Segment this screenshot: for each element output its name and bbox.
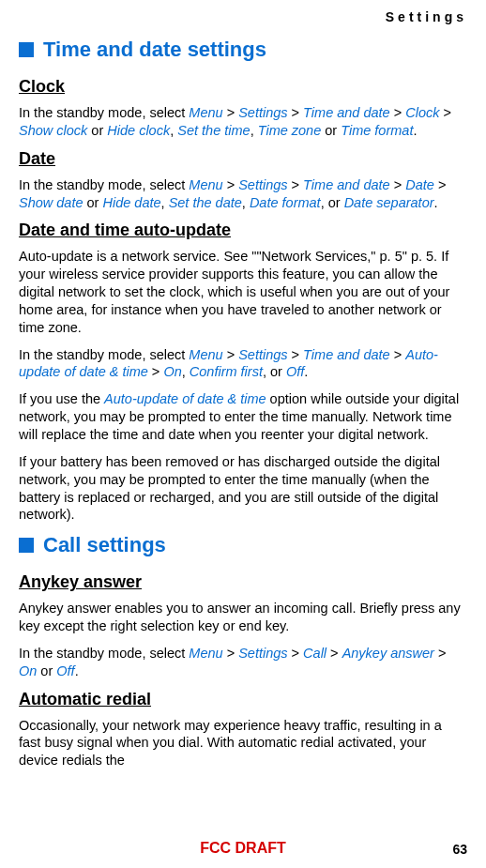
separator: > (434, 177, 447, 192)
settings-link[interactable]: Settings (238, 646, 287, 661)
text: . (413, 123, 417, 138)
date-separator-link[interactable]: Date separator (344, 195, 434, 210)
section-title: Call settings (43, 533, 166, 557)
off-link[interactable]: Off (56, 663, 74, 678)
separator: > (439, 105, 451, 120)
date-format-link[interactable]: Date format (250, 195, 321, 210)
section-heading-call-settings: Call settings (19, 533, 467, 557)
separator: > (434, 646, 447, 661)
auto-redial-p1: Occasionally, your network may experienc… (19, 717, 467, 770)
separator: > (390, 347, 406, 362)
text: . (75, 663, 79, 678)
text: In the standby mode, select (19, 347, 189, 362)
hide-clock-link[interactable]: Hide clock (107, 123, 170, 138)
hide-date-link[interactable]: Hide date (102, 195, 160, 210)
text: , or (263, 364, 286, 379)
sub-heading-clock: Clock (19, 77, 467, 97)
separator: > (390, 105, 406, 120)
confirm-first-link[interactable]: Confirm first (190, 364, 263, 379)
text: or (321, 123, 341, 138)
text: If you use the (19, 391, 104, 406)
separator: > (390, 177, 406, 192)
settings-link[interactable]: Settings (238, 347, 287, 362)
set-date-link[interactable]: Set the date (169, 195, 242, 210)
sub-heading-date: Date (19, 149, 467, 169)
section-heading-time-date: Time and date settings (19, 38, 467, 62)
separator: > (288, 105, 304, 120)
set-time-link[interactable]: Set the time (177, 123, 250, 138)
auto-update-p4: If your battery has been removed or has … (19, 453, 467, 524)
show-clock-link[interactable]: Show clock (19, 123, 87, 138)
on-link[interactable]: On (163, 364, 181, 379)
date-link[interactable]: Date (405, 177, 434, 192)
menu-link[interactable]: Menu (189, 177, 222, 192)
text: In the standby mode, select (19, 177, 189, 192)
separator: > (327, 646, 342, 661)
anykey-answer-link[interactable]: Anykey answer (342, 646, 434, 661)
menu-link[interactable]: Menu (189, 646, 222, 661)
anykey-p2: In the standby mode, select Menu > Setti… (19, 645, 467, 680)
separator: > (223, 177, 239, 192)
clock-link[interactable]: Clock (405, 105, 439, 120)
menu-link[interactable]: Menu (189, 105, 222, 120)
on-link[interactable]: On (19, 663, 37, 678)
text: . (434, 195, 438, 210)
text: or (87, 123, 107, 138)
time-zone-link[interactable]: Time zone (258, 123, 322, 138)
section-title: Time and date settings (43, 38, 266, 62)
separator: > (288, 177, 304, 192)
call-link[interactable]: Call (303, 646, 327, 661)
anykey-p1: Anykey answer enables you to answer an i… (19, 600, 467, 635)
text: In the standby mode, select (19, 646, 189, 661)
separator: > (148, 364, 164, 379)
separator: > (223, 646, 239, 661)
text: or (84, 195, 103, 210)
date-paragraph: In the standby mode, select Menu > Setti… (19, 176, 467, 212)
auto-update-link[interactable]: Auto-update of date & time (104, 391, 266, 406)
text: In the standby mode, select (19, 105, 189, 120)
time-and-date-link[interactable]: Time and date (303, 177, 390, 192)
show-date-link[interactable]: Show date (19, 195, 84, 210)
text: , or (321, 195, 344, 210)
page-number: 63 (452, 842, 467, 857)
auto-update-p2: In the standby mode, select Menu > Setti… (19, 346, 467, 382)
auto-update-p3: If you use the Auto-update of date & tim… (19, 390, 467, 444)
off-link[interactable]: Off (286, 364, 304, 379)
header-title: Settings (19, 9, 467, 24)
settings-link[interactable]: Settings (238, 177, 287, 192)
text: . (304, 364, 308, 379)
clock-paragraph: In the standby mode, select Menu > Setti… (19, 104, 467, 140)
separator: > (223, 347, 239, 362)
square-bullet-icon (19, 538, 34, 553)
separator: > (223, 105, 239, 120)
fcc-draft-label: FCC DRAFT (0, 840, 486, 857)
sub-heading-auto-update: Date and time auto-update (19, 221, 467, 240)
sub-heading-anykey: Anykey answer (19, 572, 467, 592)
time-format-link[interactable]: Time format (341, 123, 413, 138)
separator: > (288, 646, 304, 661)
square-bullet-icon (19, 42, 34, 57)
settings-link[interactable]: Settings (238, 105, 287, 120)
separator: > (288, 347, 304, 362)
sub-heading-auto-redial: Automatic redial (19, 690, 467, 709)
text: or (37, 663, 56, 678)
time-and-date-link[interactable]: Time and date (303, 347, 390, 362)
menu-link[interactable]: Menu (189, 347, 222, 362)
auto-update-p1: Auto-update is a network service. See ""… (19, 248, 467, 336)
time-and-date-link[interactable]: Time and date (303, 105, 390, 120)
